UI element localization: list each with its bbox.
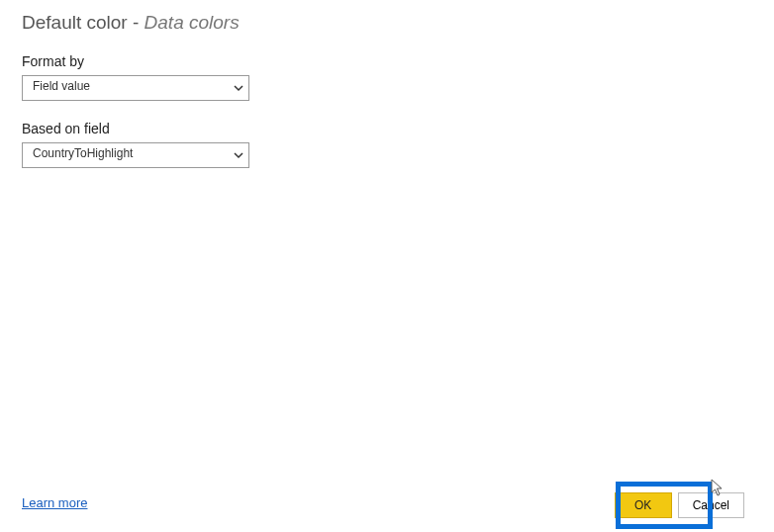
dialog-title-subtitle: Data colors bbox=[145, 12, 240, 33]
format-by-label: Format by bbox=[22, 53, 774, 69]
based-on-label: Based on field bbox=[22, 121, 774, 136]
button-bar: OK Cancel bbox=[615, 492, 744, 518]
dialog-title-separator: - bbox=[128, 12, 145, 33]
dialog-title-main: Default color bbox=[22, 12, 128, 33]
format-by-value: Field value bbox=[33, 79, 90, 93]
based-on-value: CountryToHighlight bbox=[33, 146, 133, 160]
ok-button[interactable]: OK bbox=[615, 492, 672, 518]
based-on-select-wrap: CountryToHighlight bbox=[22, 142, 249, 168]
format-by-select[interactable]: Field value bbox=[22, 75, 249, 101]
learn-more-link[interactable]: Learn more bbox=[22, 495, 87, 510]
format-by-select-wrap: Field value bbox=[22, 75, 249, 101]
based-on-field-select[interactable]: CountryToHighlight bbox=[22, 142, 249, 168]
dialog-title: Default color - Data colors bbox=[0, 0, 774, 34]
cancel-button[interactable]: Cancel bbox=[678, 492, 744, 518]
form-section: Format by Field value Based on field Cou… bbox=[0, 34, 774, 168]
